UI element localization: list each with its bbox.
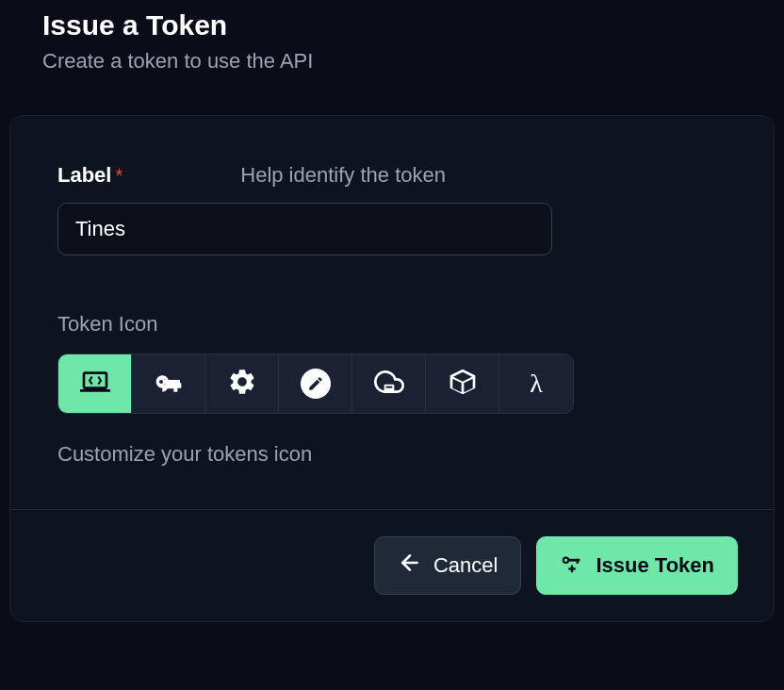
cube-icon: [448, 367, 478, 401]
arrow-left-icon: [398, 550, 422, 581]
cancel-button[interactable]: Cancel: [374, 536, 521, 595]
page-title: Issue a Token: [42, 9, 742, 41]
form-card: Label* Help identify the token Token Ico…: [9, 115, 775, 622]
cloud-download-icon: [374, 367, 404, 401]
label-input[interactable]: [57, 203, 552, 255]
lambda-icon: λ: [530, 369, 543, 399]
icon-option-grid: λ: [57, 353, 574, 414]
icon-section-label: Token Icon: [57, 312, 727, 337]
icon-option-cloud-download[interactable]: [352, 354, 426, 413]
key-icon: [154, 367, 184, 401]
svg-point-1: [159, 380, 163, 384]
label-field-label: Label: [57, 163, 111, 187]
label-field-header: Label* Help identify the token: [57, 163, 727, 188]
icon-option-gear[interactable]: [205, 354, 279, 413]
icon-option-cube[interactable]: [426, 354, 499, 413]
required-asterisk: *: [115, 165, 122, 186]
svg-rect-10: [577, 559, 579, 564]
svg-rect-5: [385, 386, 392, 388]
label-field-help: Help identify the token: [240, 163, 446, 188]
icon-option-key[interactable]: [132, 354, 205, 413]
page-subtitle: Create a token to use the API: [42, 49, 742, 74]
gear-icon: [227, 367, 257, 401]
key-plus-icon: [560, 550, 584, 581]
issue-token-button[interactable]: Issue Token: [536, 536, 738, 595]
pen-icon: [301, 369, 331, 399]
icon-option-laptop-code[interactable]: [58, 354, 132, 413]
icon-option-pen[interactable]: [279, 354, 352, 413]
svg-rect-3: [174, 380, 177, 386]
svg-point-8: [564, 559, 567, 562]
icon-section-help: Customize your tokens icon: [57, 442, 727, 467]
issue-token-button-label: Issue Token: [596, 553, 714, 578]
card-body: Label* Help identify the token Token Ico…: [10, 116, 774, 509]
icon-option-lambda[interactable]: λ: [499, 354, 573, 413]
card-footer: Cancel Issue Token: [10, 509, 774, 621]
cancel-button-label: Cancel: [433, 553, 498, 578]
laptop-code-icon: [80, 367, 110, 401]
